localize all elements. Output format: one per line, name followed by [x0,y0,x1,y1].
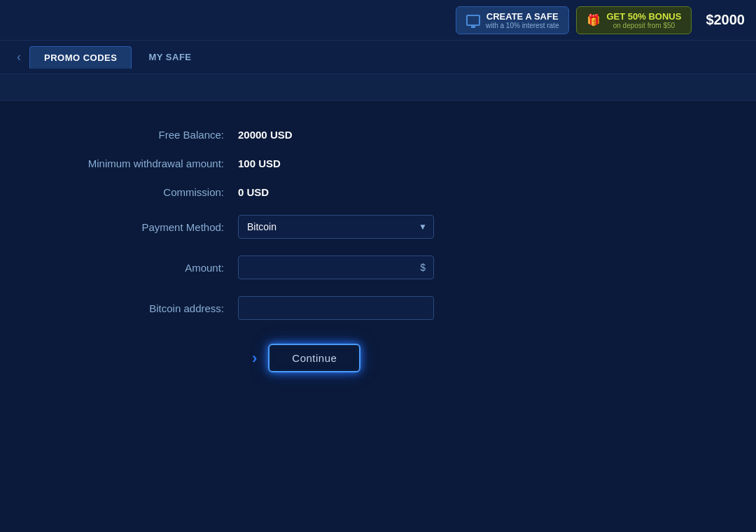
monitor-icon [466,15,480,26]
free-balance-label: Free Balance: [56,129,238,141]
payment-method-select-wrapper: Bitcoin Ethereum Litecoin USD ▼ [238,215,434,239]
balance-display: $2000 [699,12,745,28]
amount-row: Amount: $ [56,255,700,279]
commission-value: 0 USD [238,186,269,198]
free-balance-row: Free Balance: 20000 USD [56,129,700,141]
amount-input-wrapper: $ [238,255,434,279]
info-bar [0,74,756,101]
dollar-icon: $ [420,262,426,273]
payment-method-select[interactable]: Bitcoin Ethereum Litecoin USD [238,215,434,239]
gift-icon: 🎁 [587,13,601,27]
continue-button[interactable]: Continue [268,344,360,372]
commission-row: Commission: 0 USD [56,186,700,198]
back-button[interactable]: ‹ [11,47,27,67]
bitcoin-address-label: Bitcoin address: [56,302,238,314]
top-bar: CREATE A SAFE with a 10% interest rate 🎁… [0,0,756,41]
bitcoin-address-input[interactable] [238,296,434,320]
commission-label: Commission: [56,186,238,198]
payment-method-row: Payment Method: Bitcoin Ethereum Litecoi… [56,215,700,239]
payment-method-label: Payment Method: [56,221,238,233]
min-withdrawal-row: Minimum withdrawal amount: 100 USD [56,158,700,169]
button-row: › Continue [56,344,700,372]
free-balance-value: 20000 USD [238,129,293,141]
chevron-right-icon: › [252,349,257,368]
main-content: Free Balance: 20000 USD Minimum withdraw… [0,101,756,400]
amount-input[interactable] [238,255,434,279]
create-safe-button[interactable]: CREATE A SAFE with a 10% interest rate [456,6,570,34]
tab-my-safe[interactable]: MY SAFE [134,46,205,68]
tabs-bar: ‹ PROMO CODES MY SAFE [0,41,756,74]
min-withdrawal-label: Minimum withdrawal amount: [56,158,238,169]
bonus-button[interactable]: 🎁 GET 50% BONUS on deposit from $50 [576,6,692,34]
amount-label: Amount: [56,262,238,274]
bonus-sublabel: on deposit from $50 [606,22,681,29]
bonus-label: GET 50% BONUS [606,11,681,22]
min-withdrawal-value: 100 USD [238,158,281,169]
create-safe-label: CREATE A SAFE [486,11,559,22]
tab-promo-codes[interactable]: PROMO CODES [29,46,132,69]
bitcoin-address-row: Bitcoin address: [56,296,700,320]
create-safe-sublabel: with a 10% interest rate [486,22,559,29]
